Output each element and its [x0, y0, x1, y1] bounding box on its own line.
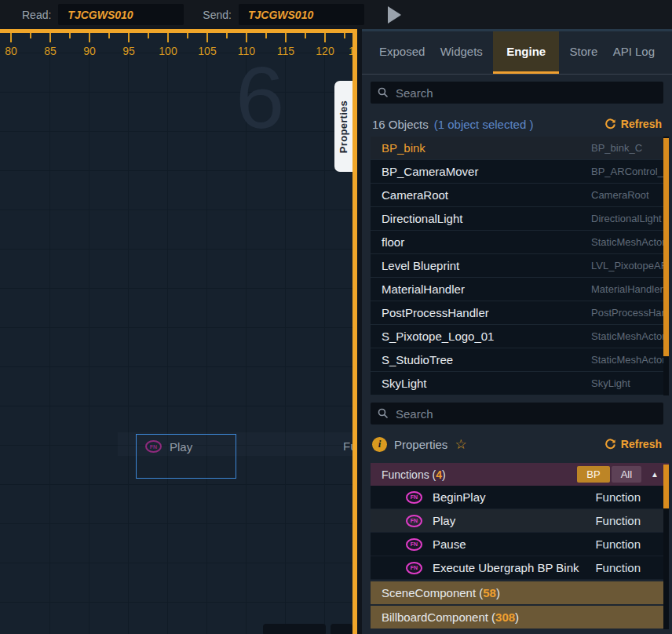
object-class: BP_ARControl_C	[591, 166, 667, 177]
ruler-major-tick	[324, 33, 326, 42]
properties-refresh-button[interactable]: Refresh	[604, 438, 662, 450]
component-group-label: BillboardComponent (	[382, 610, 495, 624]
filter-bp-button[interactable]: BP	[577, 466, 609, 483]
properties-list: Functions ( 4 ) BP All ▲ FN BeginPlay Fu…	[371, 463, 669, 629]
object-row[interactable]: S_Pixotope_Logo_01 StaticMeshActor	[371, 325, 669, 348]
properties-side-tab-label: Properties	[338, 100, 349, 152]
object-class: StaticMeshActor	[591, 330, 666, 342]
ruler-minor-tick	[148, 33, 149, 38]
object-class: SkyLight	[591, 377, 630, 389]
ruler-minor-tick	[187, 33, 188, 38]
canvas-bottom-button[interactable]	[263, 624, 326, 634]
objects-refresh-label: Refresh	[621, 118, 662, 130]
dropped-node-label: Play	[170, 440, 192, 454]
functions-section-header[interactable]: Functions ( 4 ) BP All ▲	[371, 463, 669, 486]
properties-scrollbar-thumb[interactable]	[663, 465, 669, 508]
graph-canvas[interactable]: 80 85 90 95 100	[0, 29, 357, 634]
object-class: LVL_PixotopeARSample..	[591, 260, 667, 271]
ruler-major-tick	[89, 33, 90, 42]
fn-icon: FN	[145, 440, 162, 453]
ruler-major-tick	[167, 33, 169, 42]
function-row[interactable]: FN Play Function	[371, 509, 669, 533]
object-name: BP_bink	[382, 141, 425, 155]
object-row[interactable]: DirectionalLight DirectionalLight	[371, 207, 669, 231]
ruler-label-partial: 1	[349, 45, 355, 57]
component-groups: SceneComponent ( 58 ) BillboardComponent…	[371, 581, 669, 629]
ruler-major-tick	[10, 33, 12, 42]
ruler-minor-tick	[30, 33, 31, 38]
object-name: floor	[382, 235, 404, 249]
search-icon	[378, 87, 389, 98]
function-row[interactable]: FN BeginPlay Function	[371, 486, 669, 509]
read-input[interactable]	[58, 4, 184, 25]
objects-search[interactable]	[371, 82, 663, 104]
function-name: BeginPlay	[433, 490, 486, 504]
properties-header: i Properties ☆ Refresh	[372, 434, 662, 454]
panel-tab[interactable]: API Log	[608, 31, 659, 74]
panel-tab-label: API Log	[613, 45, 655, 58]
object-name: PostProcessHandler	[382, 306, 489, 319]
object-row[interactable]: MaterialHandler MaterialHandler	[371, 278, 669, 301]
object-row[interactable]: Level Blueprint LVL_PixotopeARSample..	[371, 254, 669, 278]
object-class: BP_bink_C	[591, 142, 642, 154]
read-label: Read:	[22, 9, 51, 21]
ruler-label: 90	[83, 45, 96, 57]
refresh-icon	[604, 118, 616, 130]
ruler-label: 95	[122, 45, 135, 57]
object-row[interactable]: BP_bink BP_bink_C	[371, 137, 669, 160]
function-name: Execute Ubergraph BP Bink	[433, 561, 579, 574]
info-icon[interactable]: i	[372, 437, 387, 452]
panel-tab[interactable]: Engine	[493, 31, 559, 74]
object-row[interactable]: BP_CameraMover BP_ARControl_C	[371, 160, 669, 184]
star-icon[interactable]: ☆	[455, 438, 466, 451]
properties-title: Properties	[394, 438, 447, 451]
component-group-label: SceneComponent (	[382, 586, 483, 599]
object-row[interactable]: PostProcessHandler PostProcessHandler	[371, 301, 669, 325]
object-name: DirectionalLight	[382, 212, 462, 225]
functions-section-label: Functions (	[382, 468, 436, 481]
properties-search[interactable]	[371, 403, 663, 424]
object-class: StaticMeshActor	[591, 236, 666, 248]
object-class: StaticMeshActor	[591, 354, 666, 366]
component-group-header[interactable]: SceneComponent ( 58 )	[371, 581, 669, 604]
object-name: CameraRoot	[382, 188, 448, 202]
component-group-header[interactable]: BillboardComponent ( 308 )	[371, 606, 669, 629]
object-row[interactable]: floor StaticMeshActor	[371, 231, 669, 254]
function-type: Function	[595, 514, 641, 527]
objects-refresh-button[interactable]: Refresh	[604, 118, 662, 130]
search-icon	[378, 408, 389, 419]
ruler-label: 85	[44, 45, 57, 57]
component-group-count: 308	[495, 610, 515, 624]
properties-refresh-label: Refresh	[621, 438, 662, 450]
function-row[interactable]: FN Pause Function	[371, 533, 669, 556]
object-name: S_Pixotope_Logo_01	[382, 330, 494, 343]
fn-icon: FN	[406, 515, 422, 527]
objects-header: 16 Objects (1 object selected ) Refresh	[372, 114, 662, 134]
object-row[interactable]: S_StudioTree StaticMeshActor	[371, 348, 669, 372]
collapse-icon[interactable]: ▲	[651, 470, 659, 479]
canvas-watermark-digit: 6	[236, 47, 284, 148]
panel-tab[interactable]: Exposed	[374, 31, 429, 74]
send-input[interactable]	[239, 4, 364, 25]
function-row[interactable]: FN Execute Ubergraph BP Bink Function	[371, 556, 669, 580]
objects-selection-status: (1 object selected )	[434, 118, 534, 131]
panel-tab[interactable]: Widgets	[436, 31, 488, 74]
ruler-minor-tick	[108, 33, 110, 38]
play-icon[interactable]	[388, 6, 401, 24]
object-row[interactable]: SkyLight SkyLight	[371, 372, 669, 395]
panel-tab-label: Store	[569, 45, 597, 58]
filter-all-button[interactable]: All	[612, 466, 641, 483]
component-group-label-close: )	[515, 610, 519, 624]
function-name: Play	[433, 514, 455, 527]
canvas-bottom-button[interactable]	[331, 624, 352, 634]
properties-side-tab[interactable]: Properties	[334, 81, 352, 172]
dropped-node-selection[interactable]: FN Play	[136, 434, 236, 479]
panel-tabs: Exposed Widgets Engine Store API Log	[362, 31, 672, 75]
ruler-minor-tick	[265, 33, 267, 38]
properties-search-input[interactable]	[396, 407, 656, 421]
objects-count: 16 Objects	[372, 118, 429, 131]
objects-search-input[interactable]	[396, 86, 656, 100]
object-row[interactable]: CameraRoot CameraRoot	[371, 184, 669, 207]
panel-tab[interactable]: Store	[564, 31, 602, 74]
objects-scrollbar-thumb[interactable]	[663, 138, 669, 356]
